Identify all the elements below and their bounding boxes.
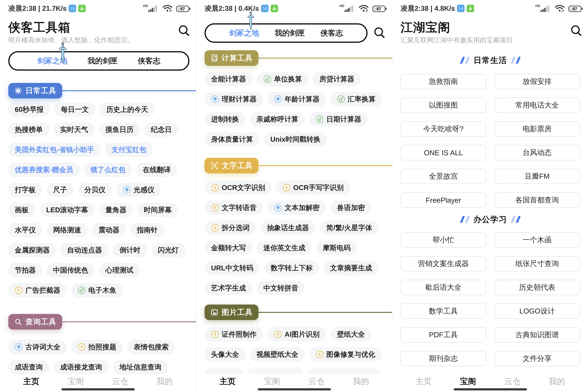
tool-card[interactable]: FreePlayer — [401, 192, 486, 208]
tool-pill[interactable]: 摸鱼日历 — [99, 122, 140, 137]
tool-pill[interactable]: 壁纸大全 — [330, 327, 371, 342]
home-indicator[interactable] — [258, 388, 331, 390]
tool-card[interactable]: 电影票房 — [494, 121, 580, 136]
nav-treasure[interactable]: 宝阁 — [460, 376, 476, 387]
tool-pill[interactable]: 支付宝红包 — [105, 142, 153, 157]
tool-pill[interactable]: 在线翻译 — [136, 163, 177, 177]
tool-pill[interactable]: 金属探测器 — [8, 243, 56, 257]
nav-home[interactable]: 主页 — [220, 376, 236, 387]
nav-home[interactable]: 主页 — [416, 376, 432, 387]
tool-pill[interactable]: 自动连点器 — [61, 243, 108, 257]
tool-pill[interactable]: 水平仪 — [8, 223, 42, 237]
tool-card[interactable]: 以图搜图 — [401, 98, 486, 113]
tool-pill[interactable]: 表情包搜索 — [127, 340, 175, 354]
tool-pill[interactable]: 尺子 — [47, 183, 73, 197]
tool-pill[interactable]: 美团外卖红包-省钱小助手 — [8, 142, 100, 157]
tool-card[interactable]: 纸张尺寸查询 — [494, 256, 580, 271]
tool-pill[interactable]: 古诗词大全 — [8, 340, 67, 354]
tool-card[interactable]: 各国首都查询 — [494, 192, 580, 208]
tool-pill[interactable]: 视频壁纸大全 — [250, 347, 305, 362]
tool-card[interactable]: 今天吃啥呀? — [401, 121, 486, 136]
tool-pill[interactable]: 时间屏幕 — [137, 203, 178, 217]
tool-pill[interactable]: 成语接龙查询 — [54, 360, 108, 374]
tool-pill[interactable]: OCR文字识别 — [205, 180, 272, 195]
tool-pill[interactable]: 数字转上下标 — [264, 261, 319, 275]
tool-pill[interactable]: 60秒早报 — [8, 102, 50, 117]
tool-pill[interactable]: 日期计算器 — [309, 112, 368, 126]
tool-pill[interactable]: 历史上的今天 — [100, 102, 155, 117]
tool-card[interactable]: 一个木函 — [494, 232, 580, 248]
tool-pill[interactable]: 文字转语音 — [205, 200, 263, 215]
tool-pill[interactable]: 迷你英文生成 — [257, 241, 312, 255]
nav-mine[interactable]: 我的 — [549, 376, 565, 387]
tool-pill[interactable]: 年龄计算器 — [267, 92, 326, 106]
tool-pill[interactable]: 拍照搜题 — [71, 340, 123, 354]
tool-pill[interactable]: 汇率换算 — [330, 92, 382, 106]
tab-knight-log[interactable]: 侠客志 — [138, 56, 160, 66]
tool-pill[interactable]: URL中文转码 — [205, 261, 260, 275]
tool-pill[interactable]: 每日一文 — [54, 102, 95, 117]
tool-card[interactable]: 豆瓣FM — [494, 169, 580, 184]
tool-pill[interactable]: 中国传统色 — [47, 263, 94, 277]
tool-pill[interactable]: 理财计算器 — [205, 92, 263, 106]
tool-pill[interactable]: 亲戚称呼计算 — [250, 112, 305, 126]
tool-pill[interactable]: 广告拦截器 — [8, 283, 67, 298]
tool-card[interactable]: ONE IS ALL — [401, 145, 486, 160]
tool-card[interactable]: 放假安排 — [494, 74, 580, 89]
tool-pill[interactable]: 节拍器 — [8, 263, 42, 277]
tool-card[interactable]: 常用电话大全 — [494, 98, 580, 113]
tool-pill[interactable]: 成语查询 — [8, 360, 49, 374]
home-indicator[interactable] — [454, 388, 527, 390]
tab-knight-log[interactable]: 侠客志 — [321, 28, 343, 38]
tool-pill[interactable]: 心理测试 — [99, 263, 140, 277]
tool-pill[interactable]: 热搜榜单 — [8, 122, 49, 137]
tool-pill[interactable]: 文章摘要生成 — [324, 261, 379, 275]
tool-pill[interactable]: 简/繁/火星字体 — [320, 221, 379, 235]
tool-pill[interactable]: 证件照制作 — [205, 327, 263, 342]
tool-pill[interactable]: 打字板 — [8, 183, 42, 197]
tool-card[interactable]: 营销文案生成器 — [401, 256, 486, 271]
tool-pill[interactable]: 摩斯电码 — [316, 241, 357, 255]
tool-pill[interactable]: 金额转大写 — [205, 241, 252, 255]
tool-pill[interactable]: 全能计算器 — [205, 72, 252, 86]
tool-pill[interactable]: 进制转换 — [205, 112, 245, 126]
tool-pill[interactable]: 兽语加密 — [330, 200, 371, 215]
home-indicator[interactable] — [61, 388, 135, 390]
tool-card[interactable]: 台风动态 — [494, 145, 580, 160]
tool-pill[interactable]: 量角器 — [99, 203, 133, 217]
tool-pill[interactable]: 地址信息查询 — [113, 360, 168, 374]
nav-cloud[interactable]: 云仓 — [505, 376, 521, 387]
tool-card[interactable]: 急救指南 — [401, 74, 486, 89]
tool-card[interactable]: PDF工具 — [401, 327, 486, 342]
tool-pill[interactable]: 艺术字生成 — [205, 281, 252, 295]
tool-pill[interactable]: LED滚动字幕 — [40, 203, 94, 217]
tool-pill[interactable]: 饿了么红包 — [84, 163, 132, 177]
tool-pill[interactable]: 抽象话生成器 — [260, 221, 315, 235]
nav-treasure[interactable]: 宝阁 — [68, 376, 84, 387]
tool-pill[interactable]: AI图片识别 — [267, 327, 326, 342]
tab-my-sword-case[interactable]: 我的剑匣 — [275, 28, 305, 38]
tool-pill[interactable]: 网络测速 — [47, 223, 87, 237]
tool-pill[interactable]: 拆分选词 — [205, 221, 256, 235]
tool-card[interactable]: 全景故宫 — [401, 169, 486, 184]
tool-card[interactable]: LOGO设计 — [494, 304, 580, 319]
tool-pill[interactable]: 优惠券搜索-赠会员 — [8, 163, 79, 177]
nav-cloud[interactable]: 云仓 — [308, 376, 325, 387]
tool-pill[interactable]: 图像修复与优化 — [309, 347, 382, 362]
tool-card[interactable]: 古典知识图谱 — [494, 327, 580, 342]
tool-pill[interactable]: 文本加解密 — [267, 200, 326, 215]
tool-pill[interactable]: 分贝仪 — [78, 183, 112, 197]
tool-card[interactable]: 文件分享 — [494, 351, 580, 366]
tool-pill[interactable]: 纪念日 — [144, 122, 178, 137]
tool-pill[interactable]: 身体质量计算 — [205, 132, 259, 146]
tool-pill[interactable]: OCR手写字识别 — [276, 180, 350, 195]
tool-pill[interactable]: 单位换算 — [257, 72, 308, 86]
tool-pill[interactable]: 闪光灯 — [151, 243, 185, 257]
tool-pill[interactable]: 电子木鱼 — [71, 283, 123, 298]
tool-card[interactable]: 歇后语大全 — [401, 280, 486, 295]
nav-mine[interactable]: 我的 — [353, 376, 369, 387]
nav-cloud[interactable]: 云仓 — [112, 376, 128, 387]
tool-pill[interactable]: 中文转拼音 — [257, 281, 305, 295]
tool-card[interactable]: 历史朝代表 — [494, 280, 580, 295]
tool-pill[interactable]: 头像大全 — [205, 347, 245, 362]
